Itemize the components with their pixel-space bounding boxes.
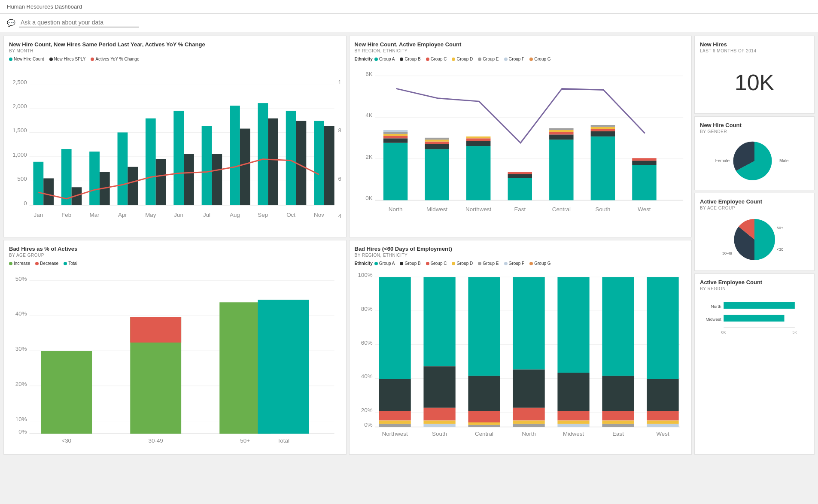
svg-text:North: North [388,206,402,213]
qa-bar: 💬 [0,14,818,32]
top-mid-svg: 6K 4K 2K 0K [355,63,687,229]
svg-text:80%: 80% [361,306,372,312]
svg-rect-18 [89,152,100,205]
hire-gender-card: New Hire Count BY GENDER Female Male [694,116,815,190]
top-left-legend: New Hire Count New Hires SPLY Actives Yo… [9,57,341,61]
svg-rect-146 [423,367,455,408]
svg-text:0K: 0K [721,330,726,334]
age-pie-svg: 50+ <30 30-49 [712,214,797,265]
qa-icon: 💬 [7,19,15,27]
svg-rect-121 [130,317,181,343]
svg-text:South: South [595,206,610,213]
svg-text:50+: 50+ [777,226,783,230]
region-bar-svg: North Midwest 0K 5K [700,295,809,342]
svg-text:2,500: 2,500 [12,79,27,85]
svg-rect-157 [513,408,544,421]
svg-rect-59 [383,136,407,138]
svg-rect-25 [286,111,296,205]
app-title: Human Resources Dashboard [7,3,82,10]
top-left-card: New Hire Count, New Hires Same Period La… [3,36,347,237]
svg-rect-144 [379,424,411,427]
svg-rect-172 [647,411,678,420]
svg-text:20%: 20% [361,407,372,413]
svg-text:Central: Central [552,206,570,213]
svg-text:1,000: 1,000 [12,152,27,158]
svg-text:2,000: 2,000 [12,103,27,109]
svg-rect-142 [379,411,411,420]
bad-hires-pct-card: Bad Hires as % of Actives BY AGE GROUP I… [3,240,347,455]
svg-rect-61 [383,132,407,134]
svg-rect-22 [202,126,212,205]
hire-gender-subtitle: BY GENDER [700,129,809,134]
top-mid-subtitle: BY REGION, ETHNICITY [355,49,687,53]
svg-rect-36 [296,121,307,205]
active-age-subtitle: BY AGE GROUP [700,206,809,210]
svg-rect-30 [128,167,138,205]
svg-rect-71 [466,137,490,138]
svg-text:East: East [612,431,624,437]
active-region-chart: North Midwest 0K 5K [700,295,809,343]
svg-rect-87 [632,158,656,161]
svg-rect-26 [314,121,324,205]
svg-rect-152 [468,411,500,422]
svg-rect-140 [379,277,411,380]
top-left-svg: 2,500 2,000 1,500 1,000 500 0 10 % 8 % 6… [9,65,341,231]
svg-rect-60 [383,134,407,136]
new-hires-card: New Hires LAST 6 MONTHS OF 2014 10K [694,36,815,114]
svg-rect-68 [466,146,490,200]
svg-text:Oct: Oct [286,212,295,218]
svg-rect-67 [425,138,449,140]
bad-hires-60-svg: 100% 80% 60% 40% 20% 0% [355,267,687,440]
svg-rect-65 [425,142,449,144]
svg-text:5K: 5K [792,330,797,334]
svg-rect-170 [647,277,678,380]
svg-text:Northwest: Northwest [465,206,491,213]
bad-hires-60-subtitle: BY REGION, ETHNICITY [355,253,687,258]
svg-text:4 %: 4 % [338,213,341,219]
top-left-chart: 2,500 2,000 1,500 1,000 500 0 10 % 8 % 6… [9,65,341,232]
new-hires-title: New Hires [700,41,809,48]
svg-rect-163 [557,421,589,424]
qa-input[interactable] [19,18,139,27]
svg-rect-33 [212,154,222,205]
svg-rect-80 [590,137,614,200]
active-age-card: Active Employee Count BY AGE GROUP 50+ <… [694,193,815,271]
svg-text:500: 500 [17,176,27,182]
svg-rect-63 [425,149,449,200]
svg-rect-81 [590,131,614,137]
svg-rect-64 [425,144,449,149]
svg-rect-103 [724,315,784,321]
svg-text:Jun: Jun [174,212,183,218]
hire-gender-chart: Female Male [700,137,809,185]
svg-rect-150 [468,277,500,376]
svg-text:Jul: Jul [203,212,210,218]
active-region-subtitle: BY REGION [700,286,809,291]
ethnicity-label: Ethnicity [355,57,373,61]
svg-rect-84 [590,125,614,127]
svg-text:Sep: Sep [258,212,268,218]
svg-text:Apr: Apr [118,212,127,218]
svg-rect-155 [513,277,544,370]
svg-rect-78 [549,130,573,132]
top-mid-title: New Hire Count, Active Employee Count [355,41,687,48]
bad-hires-pct-subtitle: BY AGE GROUP [9,253,341,258]
svg-rect-82 [590,129,614,131]
svg-rect-79 [549,128,573,130]
legend-new-hires-sply: New Hires SPLY [49,57,86,61]
svg-text:Male: Male [779,158,789,163]
svg-rect-77 [549,132,573,134]
svg-text:50+: 50+ [240,437,250,444]
svg-text:30%: 30% [15,346,27,352]
top-left-title: New Hire Count, New Hires Same Period La… [9,41,341,48]
new-hires-value: 10K [700,57,809,108]
svg-text:40%: 40% [15,311,27,317]
bad-hires-60-chart: 100% 80% 60% 40% 20% 0% [355,267,687,441]
svg-rect-173 [647,421,678,424]
svg-rect-161 [557,373,589,411]
svg-rect-74 [508,172,532,174]
svg-text:20%: 20% [15,381,27,387]
svg-text:Total: Total [277,437,289,444]
svg-rect-76 [549,134,573,140]
svg-rect-83 [590,127,614,129]
svg-text:0: 0 [24,200,27,206]
